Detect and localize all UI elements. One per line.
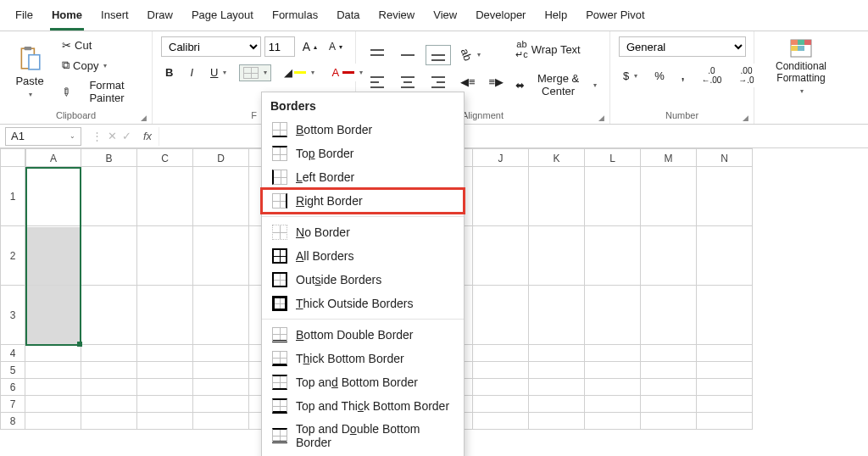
align-bottom-button[interactable] <box>426 45 451 65</box>
percent-button[interactable]: % <box>650 67 669 85</box>
cell[interactable] <box>529 379 585 396</box>
fx-icon[interactable]: fx <box>136 130 159 142</box>
cell[interactable] <box>193 345 249 362</box>
cell[interactable] <box>25 167 81 226</box>
cell[interactable] <box>585 167 641 226</box>
menu-item-thick-bottom-border[interactable]: Thick Bottom Border <box>262 347 464 370</box>
cell[interactable] <box>137 226 193 286</box>
cell[interactable] <box>529 345 585 362</box>
cell[interactable] <box>585 286 641 345</box>
row-header[interactable]: 8 <box>0 413 25 430</box>
fill-color-button[interactable]: ◢▾ <box>280 64 319 81</box>
cell[interactable] <box>473 226 529 286</box>
cell[interactable] <box>25 226 81 286</box>
tab-insert[interactable]: Insert <box>99 5 131 31</box>
wrap-text-button[interactable]: ab↵cWrap Text <box>511 36 601 63</box>
tab-data[interactable]: Data <box>335 5 361 31</box>
cell[interactable] <box>697 286 753 345</box>
decrease-font-button[interactable]: A▾ <box>325 38 347 55</box>
column-header[interactable]: A <box>25 148 81 167</box>
cell[interactable] <box>641 362 697 379</box>
align-middle-button[interactable] <box>395 45 420 65</box>
cut-button[interactable]: Cut <box>58 36 143 54</box>
merge-center-button[interactable]: ⬌Merge & Center▾ <box>511 70 601 100</box>
cell[interactable] <box>585 396 641 413</box>
menu-item-bottom-double-border[interactable]: Bottom Double Border <box>262 323 464 347</box>
cell[interactable] <box>25 379 81 396</box>
menu-item-thick-outside-borders[interactable]: Thick Outside Borders <box>262 292 464 315</box>
paste-button[interactable]: Paste ▾ <box>8 42 51 103</box>
format-painter-button[interactable]: Format Painter <box>58 76 143 107</box>
row-header[interactable]: 6 <box>0 379 25 396</box>
cell[interactable] <box>25 396 81 413</box>
cell[interactable] <box>697 379 753 396</box>
cell[interactable] <box>137 167 193 226</box>
conditional-formatting-button[interactable]: Conditional Formatting▾ <box>763 36 839 97</box>
cell[interactable] <box>193 396 249 413</box>
tab-view[interactable]: View <box>431 5 459 31</box>
tab-draw[interactable]: Draw <box>146 5 175 31</box>
column-header[interactable]: C <box>137 148 193 167</box>
cell[interactable] <box>529 167 585 226</box>
italic-button[interactable]: I <box>186 64 198 81</box>
tab-page-layout[interactable]: Page Layout <box>190 5 255 31</box>
column-header[interactable]: M <box>641 148 697 167</box>
row-header[interactable]: 3 <box>0 286 25 345</box>
align-right-button[interactable] <box>426 72 451 92</box>
cell[interactable] <box>81 362 137 379</box>
cell[interactable] <box>529 396 585 413</box>
cell[interactable] <box>697 396 753 413</box>
cell[interactable] <box>697 167 753 226</box>
number-format-select[interactable]: General <box>619 36 746 57</box>
decrease-indent-button[interactable]: ◀≡ <box>456 73 480 91</box>
menu-item-top-and-thick-bottom-border[interactable]: Top and Thick Bottom Border <box>262 394 464 418</box>
menu-item-bottom-border[interactable]: Bottom Border <box>262 118 464 142</box>
cell[interactable] <box>697 226 753 286</box>
menu-item-all-borders[interactable]: All Borders <box>262 244 464 268</box>
tab-formulas[interactable]: Formulas <box>270 5 320 31</box>
cell[interactable] <box>137 345 193 362</box>
cell[interactable] <box>81 167 137 226</box>
column-header[interactable]: K <box>529 148 585 167</box>
underline-button[interactable]: U▾ <box>206 64 231 81</box>
cell[interactable] <box>641 167 697 226</box>
increase-indent-button[interactable]: ≡▶ <box>485 73 509 91</box>
menu-item-no-border[interactable]: No Border <box>262 220 464 244</box>
cell[interactable] <box>81 345 137 362</box>
name-box[interactable]: A1⌄ <box>5 127 81 146</box>
cell[interactable] <box>193 413 249 430</box>
cell[interactable] <box>81 396 137 413</box>
cell[interactable] <box>193 379 249 396</box>
increase-font-button[interactable]: A▴ <box>298 37 321 56</box>
cell[interactable] <box>81 379 137 396</box>
cell[interactable] <box>641 379 697 396</box>
cell[interactable] <box>585 362 641 379</box>
cell[interactable] <box>137 413 193 430</box>
orientation-button[interactable]: ab▾ <box>456 46 485 64</box>
row-header[interactable]: 7 <box>0 396 25 413</box>
borders-button[interactable]: ▾ <box>239 64 271 81</box>
column-header[interactable]: D <box>193 148 249 167</box>
tab-review[interactable]: Review <box>377 5 417 31</box>
cell[interactable] <box>25 286 81 345</box>
cell[interactable] <box>137 286 193 345</box>
bold-button[interactable]: B <box>161 64 177 81</box>
column-header[interactable]: N <box>697 148 753 167</box>
cell[interactable] <box>641 345 697 362</box>
menu-item-left-border[interactable]: Left Border <box>262 165 464 189</box>
cell[interactable] <box>473 286 529 345</box>
cell[interactable] <box>585 345 641 362</box>
cell[interactable] <box>697 362 753 379</box>
menu-item-top-border[interactable]: Top Border <box>262 142 464 165</box>
menu-item-outside-borders[interactable]: Outside Borders <box>262 268 464 292</box>
cell[interactable] <box>137 379 193 396</box>
align-left-button[interactable] <box>364 72 390 92</box>
font-size-input[interactable] <box>264 36 295 57</box>
tab-developer[interactable]: Developer <box>474 5 527 31</box>
cell[interactable] <box>473 396 529 413</box>
cell[interactable] <box>641 286 697 345</box>
cell[interactable] <box>25 413 81 430</box>
cell[interactable] <box>697 345 753 362</box>
cell[interactable] <box>473 379 529 396</box>
cell[interactable] <box>193 286 249 345</box>
